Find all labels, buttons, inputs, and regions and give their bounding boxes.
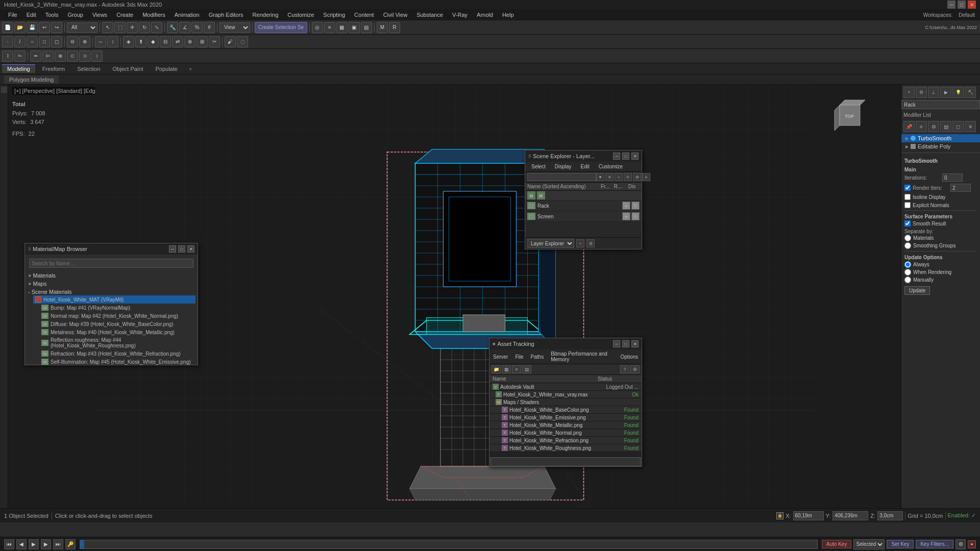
menu-vray[interactable]: V-Ray — [448, 11, 472, 19]
at-row-emissive[interactable]: T Hotel_Kiosk_White_Emissive.png Found — [489, 414, 642, 421]
ts-explicit-check[interactable] — [904, 202, 911, 208]
modifier-editable-poly[interactable]: ▶ Editable Poly — [901, 142, 980, 151]
x-input[interactable] — [793, 511, 824, 520]
collapse-btn[interactable]: ⊗ — [55, 51, 66, 62]
mb-roughness-map[interactable]: M Reflection roughness: Map #44 (Hotel_K… — [39, 336, 195, 349]
view-dropdown[interactable]: View — [219, 22, 250, 33]
ts-smoothing-radio[interactable] — [904, 242, 911, 249]
tab-modeling[interactable]: Modeling — [2, 64, 35, 73]
ts-iterations-input[interactable] — [942, 173, 963, 182]
menu-modifiers[interactable]: Modifiers — [138, 11, 169, 19]
config-icon[interactable]: ⚙ — [928, 121, 939, 132]
se-settings-icon[interactable]: ⚙ — [633, 173, 641, 181]
tab-object-paint[interactable]: Object Paint — [108, 65, 149, 73]
auto-key-btn[interactable]: Auto Key — [822, 540, 852, 548]
align-btn[interactable]: ⊨ — [42, 51, 54, 62]
modifier-turbosmouth[interactable]: ▶ TurboSmooth — [901, 134, 980, 142]
at-options[interactable]: Options — [619, 354, 640, 360]
se-search-input[interactable] — [527, 173, 596, 181]
poly-edge-btn[interactable]: / — [14, 36, 26, 47]
se-add-layer-btn[interactable]: + — [576, 239, 584, 247]
at-paths[interactable]: Paths — [529, 354, 546, 360]
tab-selection[interactable]: Selection — [72, 65, 105, 73]
sidebar-toggle[interactable] — [1, 87, 7, 93]
mb-maps-header[interactable]: + Maps — [27, 280, 195, 287]
bridge-btn[interactable]: ⇌ — [172, 36, 183, 47]
mb-hotel-mat[interactable]: Hotel_Kiosk_White_MAT (VRayMtl) — [33, 295, 195, 304]
motion-icon[interactable]: ▶ — [940, 87, 951, 98]
modifier-search[interactable] — [901, 100, 980, 109]
isolate-btn[interactable]: ◎ — [312, 22, 323, 33]
at-row-maps-shaders[interactable]: M Maps / Shaders — [489, 398, 642, 406]
se-rack-visibility[interactable]: ● — [622, 202, 630, 210]
at-scrollbar[interactable] — [489, 452, 642, 456]
at-file[interactable]: File — [513, 354, 525, 360]
undo-btn[interactable]: ↩ — [39, 22, 50, 33]
at-help-icon[interactable]: ? — [620, 365, 629, 373]
lock-icon[interactable]: 🔒 — [776, 512, 783, 519]
menu-group[interactable]: Group — [63, 11, 87, 19]
select-btn[interactable]: ↖ — [102, 22, 113, 33]
se-tab-customize[interactable]: Customize — [595, 163, 627, 170]
mb-normal-map[interactable]: M Normal map: Map #42 (Hotel_Kiosk_White… — [39, 312, 195, 320]
anim-key-btn[interactable]: 🔑 — [65, 539, 76, 549]
create-icon[interactable]: + — [903, 87, 915, 98]
slice-btn[interactable]: ✂ — [209, 36, 220, 47]
se-clear-icon[interactable]: ✕ — [605, 173, 614, 181]
selected-dropdown[interactable]: Selected — [853, 539, 885, 549]
se-view-icon[interactable]: ≡ — [642, 173, 650, 181]
menu-customize[interactable]: Customize — [283, 11, 318, 19]
create-selection-btn[interactable]: Create Selection Se — [255, 22, 307, 33]
minimize-button[interactable]: ─ — [947, 1, 955, 9]
chamfer-btn[interactable]: ◈ — [123, 36, 134, 47]
menu-create[interactable]: Create — [112, 11, 137, 19]
extrude-btn[interactable]: ⬆ — [135, 36, 146, 47]
mb-diffuse-map[interactable]: M Diffuse: Map #39 (Hotel_Kiosk_White_Ba… — [39, 320, 195, 328]
mb-close-btn[interactable]: ✕ — [187, 245, 194, 253]
at-close-btn[interactable]: ✕ — [631, 340, 639, 347]
at-icon-3[interactable]: ≡ — [512, 365, 521, 373]
z-input[interactable] — [877, 511, 903, 520]
spinner-snap-btn[interactable]: # — [204, 22, 215, 33]
redo-btn[interactable]: ↪ — [51, 22, 62, 33]
connect-btn[interactable]: ⊞ — [197, 36, 208, 47]
show-all-icon[interactable]: ▤ — [940, 121, 951, 132]
tab-populate[interactable]: Populate — [150, 65, 182, 73]
at-maximize-btn[interactable]: □ — [622, 340, 629, 347]
menu-animation[interactable]: Animation — [170, 11, 204, 19]
pin-icon[interactable]: 📌 — [903, 121, 915, 132]
mb-maximize-btn[interactable]: □ — [178, 245, 185, 253]
mb-materials-header[interactable]: + Materials — [27, 272, 195, 279]
y-input[interactable] — [832, 511, 868, 520]
menu-content[interactable]: Content — [350, 11, 378, 19]
menu-rendering[interactable]: Rendering — [249, 11, 283, 19]
ribbon-btn[interactable]: ▣ — [349, 22, 360, 33]
rotate-btn[interactable]: ↻ — [139, 22, 150, 33]
at-minimize-btn[interactable]: ─ — [613, 340, 620, 347]
grow-btn[interactable]: ⊕ — [79, 36, 90, 47]
se-tab-display[interactable]: Display — [551, 163, 576, 170]
menu-views[interactable]: Views — [88, 11, 111, 19]
at-icon-2[interactable]: ▦ — [502, 365, 511, 373]
object-type-dropdown[interactable]: All — [67, 22, 97, 33]
at-row-basecolor[interactable]: T Hotel_Kiosk_White_BaseColor.png Found — [489, 406, 642, 414]
delete-mod-icon[interactable]: ✕ — [965, 121, 976, 132]
menu-substance[interactable]: Substance — [412, 11, 447, 19]
anim-settings-btn[interactable]: ⚙ — [955, 539, 966, 549]
se-minimize-btn[interactable]: ─ — [613, 153, 620, 160]
se-add-icon[interactable]: + — [615, 173, 623, 181]
poly-element-btn[interactable]: ◻ — [51, 36, 62, 47]
move-btn[interactable]: ✛ — [127, 22, 138, 33]
at-bitmap-perf[interactable]: Bitmap Performance and Memory — [549, 350, 615, 363]
angle-snap-btn[interactable]: ∠ — [179, 22, 190, 33]
at-row-refraction[interactable]: T Hotel_Kiosk_White_Refraction.png Found — [489, 437, 642, 444]
target-weld-btn[interactable]: ⊕ — [184, 36, 195, 47]
scale-btn[interactable]: ⤡ — [151, 22, 162, 33]
cut-btn[interactable]: ✁ — [14, 51, 26, 62]
menu-arnold[interactable]: Arnold — [473, 11, 497, 19]
shrink-btn[interactable]: ⊖ — [67, 36, 78, 47]
percent-snap-btn[interactable]: % — [191, 22, 203, 33]
se-screen-render[interactable]: R — [631, 212, 640, 220]
mb-selfillum-map[interactable]: M Self-Illumination: Map #45 (Hotel_Kios… — [39, 358, 195, 366]
at-row-metallic[interactable]: T Hotel_Kiosk_White_Metallic.png Found — [489, 421, 642, 429]
